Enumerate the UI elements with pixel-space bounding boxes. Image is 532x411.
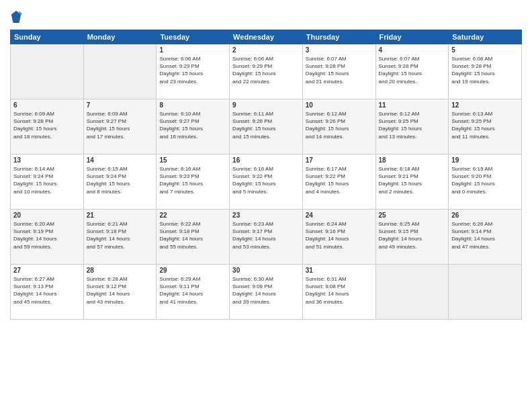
calendar-week-row: 27Sunrise: 6:27 AM Sunset: 9:13 PM Dayli…: [11, 265, 522, 320]
day-info: Sunrise: 6:06 AM Sunset: 9:29 PM Dayligh…: [232, 55, 300, 85]
day-info: Sunrise: 6:12 AM Sunset: 9:25 PM Dayligh…: [379, 110, 446, 140]
calendar-cell: 2Sunrise: 6:06 AM Sunset: 9:29 PM Daylig…: [230, 44, 303, 99]
day-number: 12: [451, 101, 519, 109]
calendar: SundayMondayTuesdayWednesdayThursdayFrid…: [10, 30, 522, 320]
day-info: Sunrise: 6:22 AM Sunset: 9:18 PM Dayligh…: [159, 220, 226, 250]
calendar-cell: 24Sunrise: 6:24 AM Sunset: 9:16 PM Dayli…: [302, 210, 375, 265]
day-number: 23: [232, 212, 300, 219]
calendar-week-row: 1Sunrise: 6:06 AM Sunset: 9:29 PM Daylig…: [11, 44, 522, 99]
day-number: 21: [87, 212, 154, 219]
day-number: 24: [306, 212, 373, 219]
day-info: Sunrise: 6:29 AM Sunset: 9:11 PM Dayligh…: [159, 275, 226, 306]
day-info: Sunrise: 6:20 AM Sunset: 9:19 PM Dayligh…: [13, 220, 81, 250]
calendar-cell: 28Sunrise: 6:28 AM Sunset: 9:12 PM Dayli…: [83, 265, 157, 320]
header: [10, 7, 522, 24]
day-number: 31: [306, 267, 373, 274]
day-info: Sunrise: 6:19 AM Sunset: 9:20 PM Dayligh…: [451, 165, 519, 195]
weekday-header: Thursday: [302, 30, 375, 44]
day-info: Sunrise: 6:31 AM Sunset: 9:08 PM Dayligh…: [306, 275, 373, 306]
day-info: Sunrise: 6:28 AM Sunset: 9:12 PM Dayligh…: [87, 275, 154, 306]
calendar-cell: 7Sunrise: 6:09 AM Sunset: 9:27 PM Daylig…: [83, 99, 157, 154]
calendar-cell: 16Sunrise: 6:16 AM Sunset: 9:22 PM Dayli…: [230, 154, 303, 210]
calendar-cell: 13Sunrise: 6:14 AM Sunset: 9:24 PM Dayli…: [11, 154, 84, 210]
calendar-cell: [449, 265, 522, 320]
day-number: 5: [451, 46, 519, 54]
calendar-cell: 4Sunrise: 6:07 AM Sunset: 9:28 PM Daylig…: [375, 44, 449, 99]
calendar-cell: 25Sunrise: 6:25 AM Sunset: 9:15 PM Dayli…: [375, 210, 449, 265]
calendar-cell: 20Sunrise: 6:20 AM Sunset: 9:19 PM Dayli…: [11, 210, 84, 265]
day-number: 26: [451, 212, 519, 219]
day-number: 1: [159, 46, 226, 54]
calendar-cell: 6Sunrise: 6:09 AM Sunset: 9:28 PM Daylig…: [11, 99, 84, 154]
day-info: Sunrise: 6:17 AM Sunset: 9:22 PM Dayligh…: [306, 165, 373, 195]
calendar-cell: 12Sunrise: 6:13 AM Sunset: 9:25 PM Dayli…: [449, 99, 522, 154]
page: SundayMondayTuesdayWednesdayThursdayFrid…: [0, 0, 532, 411]
weekday-header: Monday: [83, 30, 157, 44]
calendar-week-row: 6Sunrise: 6:09 AM Sunset: 9:28 PM Daylig…: [11, 99, 522, 154]
day-info: Sunrise: 6:10 AM Sunset: 9:27 PM Dayligh…: [159, 110, 226, 140]
day-info: Sunrise: 6:11 AM Sunset: 9:26 PM Dayligh…: [232, 110, 300, 140]
calendar-cell: 1Sunrise: 6:06 AM Sunset: 9:29 PM Daylig…: [157, 44, 230, 99]
day-number: 20: [13, 212, 81, 219]
day-number: 30: [232, 267, 300, 274]
day-number: 13: [13, 156, 81, 164]
day-number: 28: [87, 267, 154, 274]
calendar-cell: 9Sunrise: 6:11 AM Sunset: 9:26 PM Daylig…: [230, 99, 303, 154]
day-info: Sunrise: 6:06 AM Sunset: 9:29 PM Dayligh…: [159, 55, 226, 85]
day-number: 8: [159, 101, 226, 109]
calendar-cell: 23Sunrise: 6:23 AM Sunset: 9:17 PM Dayli…: [230, 210, 303, 265]
day-info: Sunrise: 6:30 AM Sunset: 9:09 PM Dayligh…: [232, 275, 300, 306]
weekday-header: Tuesday: [157, 30, 230, 44]
day-info: Sunrise: 6:23 AM Sunset: 9:17 PM Dayligh…: [232, 220, 300, 250]
day-info: Sunrise: 6:07 AM Sunset: 9:28 PM Dayligh…: [306, 55, 373, 85]
day-number: 4: [379, 46, 446, 54]
day-number: 15: [159, 156, 226, 164]
calendar-cell: 10Sunrise: 6:12 AM Sunset: 9:26 PM Dayli…: [302, 99, 375, 154]
calendar-cell: 19Sunrise: 6:19 AM Sunset: 9:20 PM Dayli…: [449, 154, 522, 210]
day-info: Sunrise: 6:08 AM Sunset: 9:28 PM Dayligh…: [451, 55, 519, 85]
calendar-cell: 18Sunrise: 6:18 AM Sunset: 9:21 PM Dayli…: [375, 154, 449, 210]
logo-icon: [10, 9, 22, 24]
weekday-header: Friday: [375, 30, 449, 44]
day-info: Sunrise: 6:24 AM Sunset: 9:16 PM Dayligh…: [306, 220, 373, 250]
day-number: 25: [379, 212, 446, 219]
calendar-cell: [11, 44, 84, 99]
day-info: Sunrise: 6:12 AM Sunset: 9:26 PM Dayligh…: [306, 110, 373, 140]
day-number: 11: [379, 101, 446, 109]
day-info: Sunrise: 6:15 AM Sunset: 9:24 PM Dayligh…: [87, 165, 154, 195]
weekday-header: Sunday: [11, 30, 84, 44]
day-number: 27: [13, 267, 81, 274]
day-number: 22: [159, 212, 226, 219]
calendar-cell: 21Sunrise: 6:21 AM Sunset: 9:18 PM Dayli…: [83, 210, 157, 265]
calendar-cell: [83, 44, 157, 99]
day-info: Sunrise: 6:07 AM Sunset: 9:28 PM Dayligh…: [379, 55, 446, 85]
calendar-cell: 8Sunrise: 6:10 AM Sunset: 9:27 PM Daylig…: [157, 99, 230, 154]
day-number: 14: [87, 156, 154, 164]
calendar-header-row: SundayMondayTuesdayWednesdayThursdayFrid…: [11, 30, 522, 44]
calendar-cell: 31Sunrise: 6:31 AM Sunset: 9:08 PM Dayli…: [302, 265, 375, 320]
day-info: Sunrise: 6:09 AM Sunset: 9:27 PM Dayligh…: [87, 110, 154, 140]
calendar-cell: 11Sunrise: 6:12 AM Sunset: 9:25 PM Dayli…: [375, 99, 449, 154]
day-info: Sunrise: 6:18 AM Sunset: 9:21 PM Dayligh…: [379, 165, 446, 195]
calendar-cell: 5Sunrise: 6:08 AM Sunset: 9:28 PM Daylig…: [449, 44, 522, 99]
logo: [10, 9, 25, 24]
day-info: Sunrise: 6:27 AM Sunset: 9:13 PM Dayligh…: [13, 275, 81, 306]
weekday-header: Saturday: [449, 30, 522, 44]
day-number: 19: [451, 156, 519, 164]
day-number: 16: [232, 156, 300, 164]
day-number: 10: [306, 101, 373, 109]
day-info: Sunrise: 6:13 AM Sunset: 9:25 PM Dayligh…: [451, 110, 519, 140]
day-number: 9: [232, 101, 300, 109]
day-number: 3: [306, 46, 373, 54]
day-number: 17: [306, 156, 373, 164]
calendar-cell: 29Sunrise: 6:29 AM Sunset: 9:11 PM Dayli…: [157, 265, 230, 320]
day-number: 7: [87, 101, 154, 109]
day-info: Sunrise: 6:09 AM Sunset: 9:28 PM Dayligh…: [13, 110, 81, 140]
calendar-cell: 26Sunrise: 6:26 AM Sunset: 9:14 PM Dayli…: [449, 210, 522, 265]
weekday-header: Wednesday: [230, 30, 303, 44]
calendar-cell: 17Sunrise: 6:17 AM Sunset: 9:22 PM Dayli…: [302, 154, 375, 210]
day-info: Sunrise: 6:16 AM Sunset: 9:23 PM Dayligh…: [159, 165, 226, 195]
day-info: Sunrise: 6:14 AM Sunset: 9:24 PM Dayligh…: [13, 165, 81, 195]
calendar-week-row: 13Sunrise: 6:14 AM Sunset: 9:24 PM Dayli…: [11, 154, 522, 210]
day-number: 6: [13, 101, 81, 109]
